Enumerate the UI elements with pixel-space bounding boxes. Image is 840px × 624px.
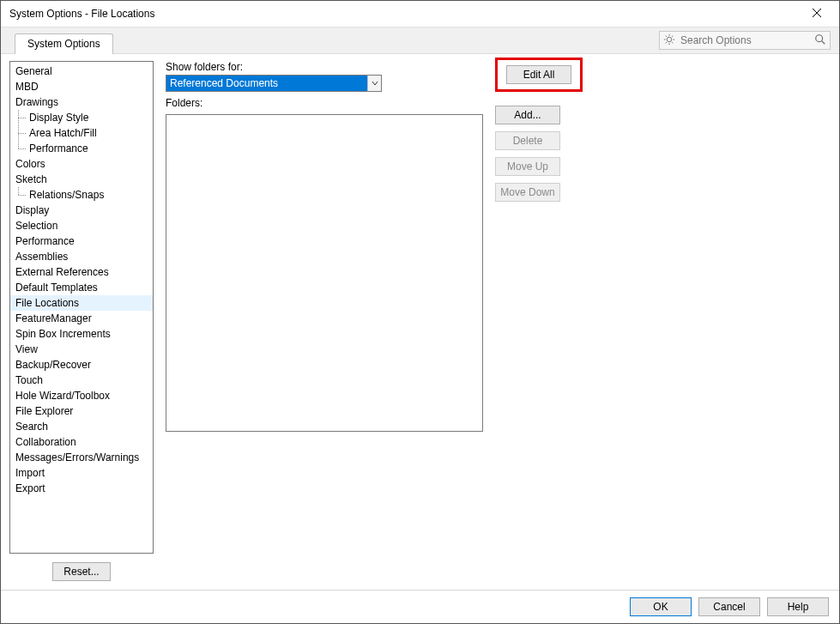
show-folders-label: Show folders for:: [166, 61, 483, 73]
nav-item[interactable]: Drawings: [10, 94, 153, 110]
dropdown-selected-value: Referenced Documents: [166, 76, 367, 91]
add-button[interactable]: Add...: [495, 106, 560, 124]
move-down-button[interactable]: Move Down: [495, 183, 560, 202]
cancel-button[interactable]: Cancel: [698, 597, 760, 616]
nav-item[interactable]: Selection: [10, 218, 153, 233]
close-button[interactable]: [800, 3, 834, 25]
nav-item[interactable]: Search: [10, 419, 153, 434]
svg-line-12: [822, 40, 825, 44]
nav-item[interactable]: Performance: [10, 233, 153, 249]
nav-item[interactable]: Messages/Errors/Warnings: [10, 450, 153, 465]
nav-item[interactable]: MBD: [10, 79, 153, 94]
svg-line-7: [666, 35, 667, 36]
tab-bar: System Options: [1, 27, 839, 54]
options-dialog: System Options - File Locations System O…: [0, 0, 840, 624]
form-column: Show folders for: Referenced Documents F…: [166, 61, 483, 581]
help-button[interactable]: Help: [767, 597, 829, 616]
nav-item[interactable]: Assemblies: [10, 249, 153, 264]
nav-item[interactable]: Display Style: [10, 110, 153, 125]
move-up-button[interactable]: Move Up: [495, 157, 560, 176]
folders-listbox[interactable]: [166, 114, 483, 432]
svg-line-9: [672, 35, 673, 36]
nav-item[interactable]: Area Hatch/Fill: [10, 125, 153, 141]
search-box[interactable]: [659, 31, 831, 50]
side-buttons: Edit All Add... Delete Move Up Move Down: [495, 61, 583, 581]
nav-item[interactable]: Relations/Snaps: [10, 187, 153, 203]
dialog-footer: OK Cancel Help: [1, 590, 839, 623]
window-title: System Options - File Locations: [9, 8, 800, 20]
nav-item[interactable]: External References: [10, 264, 153, 280]
content-area: General MBD Drawings Display Style Area …: [1, 54, 839, 590]
nav-item[interactable]: Import: [10, 465, 153, 481]
reset-button[interactable]: Reset...: [52, 562, 111, 581]
nav-panel: General MBD Drawings Display Style Area …: [9, 61, 154, 581]
nav-item[interactable]: Hole Wizard/Toolbox: [10, 388, 153, 403]
chevron-down-icon: [367, 76, 381, 91]
titlebar: System Options - File Locations: [1, 1, 839, 27]
nav-item[interactable]: Sketch: [10, 172, 153, 187]
svg-line-10: [666, 42, 667, 43]
nav-item[interactable]: General: [10, 64, 153, 79]
nav-item[interactable]: Backup/Recover: [10, 357, 153, 373]
svg-line-8: [672, 42, 673, 43]
nav-item[interactable]: Collaboration: [10, 434, 153, 450]
nav-item[interactable]: FeatureManager: [10, 311, 153, 326]
edit-all-highlight: Edit All: [495, 58, 583, 92]
svg-point-11: [816, 34, 823, 41]
nav-item[interactable]: Touch: [10, 373, 153, 388]
nav-item[interactable]: File Explorer: [10, 403, 153, 419]
tab-system-options[interactable]: System Options: [15, 33, 113, 54]
folders-label: Folders:: [166, 97, 483, 109]
main-panel: Show folders for: Referenced Documents F…: [166, 61, 831, 581]
nav-item[interactable]: Export: [10, 481, 153, 496]
nav-item[interactable]: View: [10, 342, 153, 357]
show-folders-dropdown[interactable]: Referenced Documents: [166, 75, 382, 92]
nav-item[interactable]: Default Templates: [10, 280, 153, 295]
nav-item[interactable]: Spin Box Increments: [10, 326, 153, 342]
nav-item[interactable]: Colors: [10, 156, 153, 172]
nav-item-file-locations[interactable]: File Locations: [10, 295, 153, 311]
search-input[interactable]: [679, 33, 811, 47]
ok-button[interactable]: OK: [630, 597, 692, 616]
edit-all-button[interactable]: Edit All: [506, 65, 571, 84]
svg-point-2: [667, 37, 672, 42]
nav-item[interactable]: Performance: [10, 141, 153, 156]
category-tree[interactable]: General MBD Drawings Display Style Area …: [9, 61, 154, 554]
search-icon: [814, 33, 826, 48]
delete-button[interactable]: Delete: [495, 131, 560, 150]
nav-item[interactable]: Display: [10, 203, 153, 218]
close-icon: [812, 8, 822, 21]
gear-icon: [663, 33, 675, 48]
